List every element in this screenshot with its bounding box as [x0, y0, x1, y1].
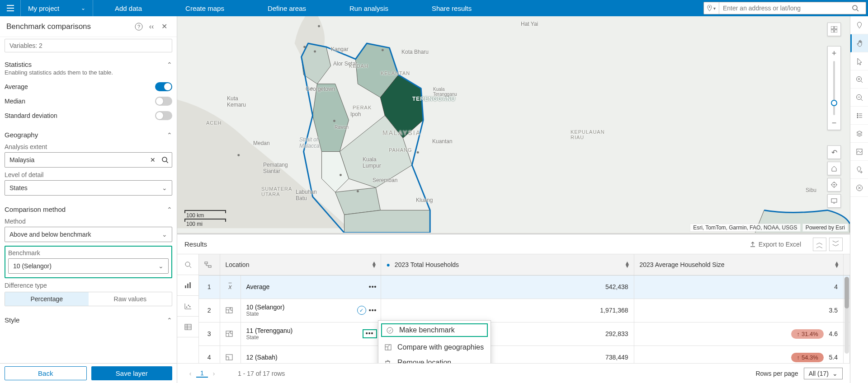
nav-share-results[interactable]: Share results	[410, 0, 493, 16]
right-toolbar	[850, 16, 868, 383]
table-row[interactable]: 2 10 (Selangor) State ✓ •••	[199, 299, 850, 322]
section-style[interactable]: Style ⌃	[5, 313, 172, 325]
col-header-avg-hh-size[interactable]: 2023 Average Household Size ▲▼	[634, 254, 844, 275]
nav-create-maps[interactable]: Create maps	[164, 0, 246, 16]
table-row[interactable]: 3 11 (Terengganu) State ••• 292,833 ↑ 31…	[199, 322, 850, 346]
menu-button[interactable]	[0, 0, 21, 16]
basemap-icon	[856, 148, 863, 155]
row-actions-button[interactable]: •••	[369, 283, 377, 290]
map[interactable]: Hat Yai Kangar Alor Setar Kota Bharu Geo…	[177, 16, 850, 234]
table-tool[interactable]	[177, 317, 198, 337]
collapse-button[interactable]: ‹‹	[145, 20, 158, 33]
address-search[interactable]: ▾	[703, 2, 866, 14]
tool-legend[interactable]	[850, 107, 868, 125]
magnify-tool[interactable]	[177, 254, 198, 275]
tool-cursor[interactable]	[850, 52, 868, 70]
help-button[interactable]: ?	[132, 20, 145, 33]
grid-button[interactable]	[827, 23, 841, 36]
nav-run-analysis[interactable]: Run analysis	[328, 0, 410, 16]
top-bar: My project ⌄ Add data Create maps Define…	[0, 0, 868, 16]
tool-zoom-out[interactable]	[850, 89, 868, 107]
benchmark-indicator-icon[interactable]: ✓	[357, 306, 366, 315]
rows-info: 1 - 17 of 17 rows	[238, 370, 285, 377]
map-label: TERENGGANU	[412, 96, 455, 102]
close-icon: ✕	[161, 22, 167, 31]
pin-dropdown[interactable]: ▾	[704, 2, 719, 14]
svg-rect-20	[835, 26, 837, 29]
locate-button[interactable]	[827, 178, 841, 192]
clear-icon[interactable]: ✕	[150, 156, 156, 163]
ctx-make-benchmark[interactable]: Make benchmark	[380, 322, 489, 338]
page-number[interactable]: 1	[196, 369, 208, 378]
toggle-median[interactable]	[155, 97, 172, 106]
row-actions-button[interactable]: •••	[363, 329, 377, 338]
scale-bar: 100 km 100 mi	[184, 210, 226, 227]
chevron-up-icon: ⌃	[167, 131, 172, 139]
zoom-out-button[interactable]: −	[828, 116, 840, 130]
monitor-button[interactable]	[827, 194, 841, 208]
export-button[interactable]: Export to Excel	[750, 241, 801, 248]
search-icon[interactable]	[852, 5, 866, 11]
rows-per-page-select[interactable]: All (17) ⌄	[804, 368, 843, 379]
home-button[interactable]	[827, 162, 841, 175]
pin-icon	[856, 22, 863, 29]
difference-type-toggle: Percentage Raw values	[5, 292, 172, 306]
tool-pan[interactable]	[850, 34, 868, 52]
tool-pin-add[interactable]	[850, 161, 868, 179]
sort-icon[interactable]: ▲▼	[834, 262, 840, 268]
benchmark-select[interactable]: 10 (Selangor) ⌄	[8, 258, 169, 274]
map-label: Medan	[253, 140, 270, 146]
svg-rect-22	[835, 30, 837, 33]
next-page-button[interactable]: ›	[208, 368, 220, 379]
back-button[interactable]: Back	[5, 366, 87, 380]
sort-icon[interactable]: ▲▼	[625, 262, 630, 268]
col-header-location[interactable]: Location ▲▼	[220, 254, 381, 275]
level-select[interactable]: States ⌄	[5, 180, 172, 196]
tool-clear[interactable]	[850, 179, 868, 197]
chevron-double-up-icon: ︿︿	[816, 241, 823, 248]
section-statistics[interactable]: Statistics ⌃	[5, 57, 172, 69]
sort-icon[interactable]: ▲▼	[372, 262, 377, 268]
collapse-up-button[interactable]: ︿︿	[813, 238, 826, 251]
analysis-extent-select[interactable]: Malaysia ✕	[5, 152, 172, 168]
chevron-down-icon: ⌄	[158, 262, 164, 270]
map-label: Ipoh	[350, 111, 361, 117]
undo-button[interactable]: ↶	[827, 145, 841, 159]
diff-raw[interactable]: Raw values	[89, 292, 172, 306]
map-attribution: Esri, TomTom, Garmin, FAO, NOAA, USGS Po…	[690, 224, 848, 232]
row-actions-button[interactable]: •••	[369, 307, 377, 314]
bar-chart-tool[interactable]	[177, 275, 198, 296]
zoom-slider[interactable]	[833, 61, 835, 115]
table-row-average[interactable]: 1 x Average ••• 542,438 4	[199, 275, 850, 299]
toggle-stddev[interactable]	[155, 111, 172, 120]
tool-basemap[interactable]	[850, 143, 868, 161]
diff-percentage[interactable]: Percentage	[5, 292, 89, 306]
zoom-in-button[interactable]: +	[828, 47, 840, 60]
prev-page-button[interactable]: ‹	[184, 368, 196, 379]
close-button[interactable]: ✕	[158, 20, 170, 33]
ctx-compare[interactable]: Compare with geographies	[378, 340, 491, 355]
col-header-hierarchy[interactable]	[199, 254, 220, 275]
method-select[interactable]: Above and below benchmark ⌄	[5, 227, 172, 242]
table-scrollbar[interactable]	[844, 277, 849, 354]
save-layer-button[interactable]: Save layer	[91, 366, 173, 380]
search-icon[interactable]	[162, 157, 168, 163]
toggle-average[interactable]	[155, 82, 172, 91]
section-comparison[interactable]: Comparison method ⌃	[5, 202, 172, 214]
project-dropdown[interactable]: My project ⌄	[21, 0, 93, 16]
nav-add-data[interactable]: Add data	[93, 0, 164, 16]
tool-pin[interactable]	[850, 16, 868, 34]
nav-define-areas[interactable]: Define areas	[246, 0, 328, 16]
table-row[interactable]: 4 12 (Sabah) 738,449 ↑ 54.3% 5.4	[199, 346, 850, 363]
tool-zoom-in[interactable]	[850, 70, 868, 89]
tool-layers[interactable]	[850, 125, 868, 143]
col-header-total-households[interactable]: ● 2023 Total Households ▲▼	[381, 254, 634, 275]
section-geography[interactable]: Geography ⌃	[5, 127, 172, 140]
search-input[interactable]	[719, 5, 852, 12]
table-icon	[184, 324, 192, 330]
expand-down-button[interactable]: ﹀﹀	[829, 238, 843, 251]
stat-stddev-row: Standard deviation	[5, 108, 172, 123]
variables-summary[interactable]: Variables: 2	[5, 39, 172, 52]
ctx-remove[interactable]: Remove location	[378, 355, 491, 363]
scatter-tool[interactable]	[177, 296, 198, 317]
